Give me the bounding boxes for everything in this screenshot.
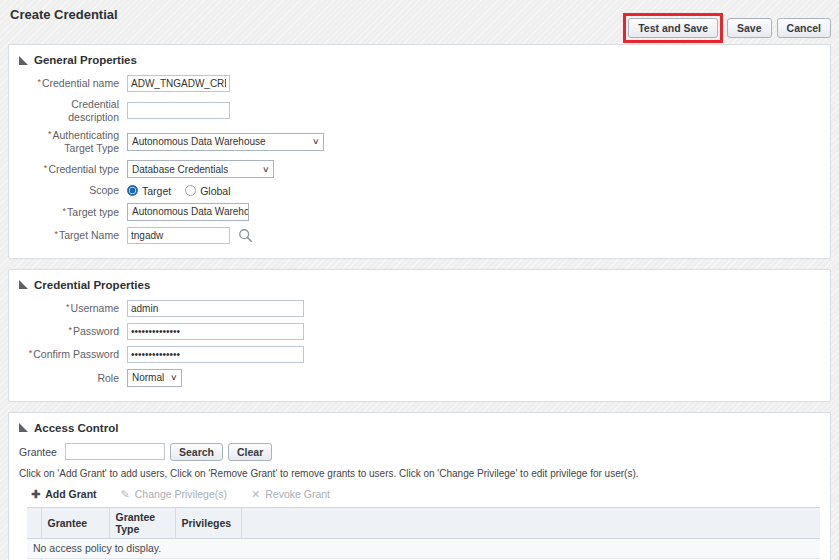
required-asterisk: * <box>66 302 70 312</box>
row-selector-header <box>27 507 41 538</box>
access-control-header[interactable]: Access Control <box>19 422 820 434</box>
required-asterisk: * <box>37 77 41 87</box>
filler-column-header <box>241 507 820 538</box>
grantee-input[interactable] <box>65 443 165 460</box>
disclosure-triangle-icon <box>19 280 28 289</box>
grants-toolbar: ✚ Add Grant ✎ Change Privilege(s) ✕ Revo… <box>27 484 820 507</box>
password-input[interactable] <box>127 323 304 340</box>
change-privileges-button[interactable]: ✎ Change Privilege(s) <box>121 488 227 501</box>
target-type-row: *Target type Autonomous Data Warehouse ∨ <box>19 203 820 221</box>
authenticating-target-type-select[interactable]: Autonomous Data Warehouse ∨ <box>127 133 324 151</box>
scope-target-option[interactable]: Target <box>127 185 171 197</box>
authenticating-target-type-row: *Authenticating Target Type Autonomous D… <box>19 129 820 154</box>
credential-type-row: *Credential type Database Credentials ∨ <box>19 160 820 178</box>
confirm-password-row: *Confirm Password <box>19 346 820 363</box>
grants-table: Grantee Grantee Type Privileges No acces… <box>27 507 820 560</box>
grantee-column-header: Grantee <box>41 507 109 538</box>
access-control-panel: Access Control Grantee Search Clear Clic… <box>8 412 831 560</box>
add-grant-button[interactable]: ✚ Add Grant <box>31 488 97 501</box>
credential-name-input[interactable] <box>127 75 230 92</box>
target-type-select[interactable]: Autonomous Data Warehouse ∨ <box>127 203 249 221</box>
target-type-label: Target type <box>67 206 119 218</box>
password-row: *Password <box>19 323 820 340</box>
chevron-down-icon: ∨ <box>262 165 270 174</box>
required-asterisk: * <box>48 129 52 139</box>
credential-properties-panel: Credential Properties *Username *Passwor… <box>8 269 831 402</box>
grantee-label: Grantee <box>19 446 57 458</box>
revoke-grant-button[interactable]: ✕ Revoke Grant <box>251 488 330 501</box>
cancel-button[interactable]: Cancel <box>777 18 831 38</box>
page-title: Create Credential <box>10 7 118 22</box>
credential-type-label: Credential type <box>48 163 119 175</box>
role-row: Role Normal ∨ <box>19 369 820 387</box>
grants-table-region: ✚ Add Grant ✎ Change Privilege(s) ✕ Revo… <box>27 484 820 560</box>
role-label: Role <box>19 372 119 385</box>
grantee-type-column-header: Grantee Type <box>109 507 175 538</box>
save-button[interactable]: Save <box>727 18 772 38</box>
radio-selected-icon[interactable] <box>127 185 138 196</box>
scope-global-option[interactable]: Global <box>185 185 230 197</box>
username-row: *Username <box>19 300 820 317</box>
confirm-password-input[interactable] <box>127 346 304 363</box>
scope-radio-group: Target Global <box>127 185 231 197</box>
empty-message: No access policy to display. <box>27 538 820 558</box>
grantee-search-row: Grantee Search Clear <box>19 443 820 461</box>
disclosure-triangle-icon <box>19 423 28 432</box>
page-header: Create Credential Test and Save Save Can… <box>0 0 839 44</box>
confirm-password-label: Confirm Password <box>33 348 119 360</box>
scope-label: Scope <box>19 184 119 197</box>
credential-properties-header[interactable]: Credential Properties <box>19 279 820 291</box>
chevron-down-icon: ∨ <box>312 137 320 146</box>
chevron-down-icon: ∨ <box>170 373 178 382</box>
password-label: Password <box>73 325 119 337</box>
clear-button[interactable]: Clear <box>228 443 272 461</box>
disclosure-triangle-icon <box>19 56 28 65</box>
credential-description-label: Credential description <box>19 98 119 123</box>
required-asterisk: * <box>29 348 33 358</box>
required-asterisk: * <box>44 163 48 173</box>
test-and-save-button[interactable]: Test and Save <box>628 18 718 38</box>
scope-target-label: Target <box>142 185 171 197</box>
credential-description-input[interactable] <box>127 102 230 119</box>
radio-unselected-icon[interactable] <box>185 185 196 196</box>
grants-header-row: Grantee Grantee Type Privileges <box>27 507 820 538</box>
add-icon: ✚ <box>31 488 40 501</box>
general-properties-panel: General Properties *Credential name Cred… <box>8 44 831 259</box>
credential-type-select[interactable]: Database Credentials ∨ <box>127 160 274 178</box>
target-name-row: *Target Name <box>19 227 820 244</box>
privileges-column-header: Privileges <box>175 507 241 538</box>
role-select[interactable]: Normal ∨ <box>127 369 182 387</box>
revoke-icon: ✕ <box>251 488 260 501</box>
access-instruction-text: Click on 'Add Grant' to add users, Click… <box>19 468 820 479</box>
required-asterisk: * <box>54 229 58 239</box>
username-label: Username <box>71 302 119 314</box>
section-title: General Properties <box>34 54 137 66</box>
search-icon[interactable] <box>238 228 253 243</box>
pencil-icon: ✎ <box>121 488 130 501</box>
general-properties-header[interactable]: General Properties <box>19 54 820 66</box>
target-name-input[interactable] <box>127 227 230 244</box>
target-name-label: Target Name <box>59 229 119 241</box>
empty-message-row: No access policy to display. <box>27 538 820 558</box>
scope-row: Scope Target Global <box>19 184 820 197</box>
section-title: Credential Properties <box>34 279 150 291</box>
credential-description-row: Credential description <box>19 98 820 123</box>
required-asterisk: * <box>68 325 72 335</box>
section-title: Access Control <box>34 422 118 434</box>
annotation-highlight: Test and Save <box>623 13 723 43</box>
action-buttons: Test and Save Save Cancel <box>623 13 831 43</box>
authenticating-target-type-label: Authenticating Target Type <box>52 129 119 154</box>
credential-name-label: Credential name <box>42 77 119 89</box>
scope-global-label: Global <box>200 185 230 197</box>
username-input[interactable] <box>127 300 304 317</box>
search-button[interactable]: Search <box>170 443 223 461</box>
credential-name-row: *Credential name <box>19 75 820 92</box>
required-asterisk: * <box>63 206 67 216</box>
